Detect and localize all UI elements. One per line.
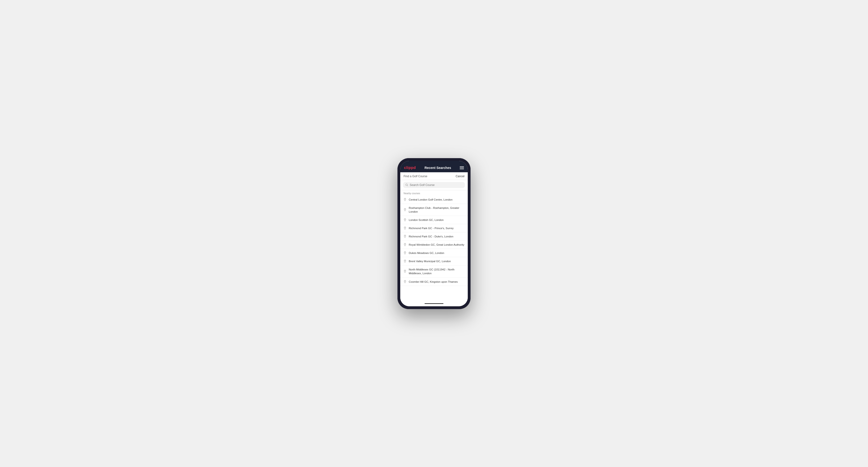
svg-point-0 <box>406 184 408 186</box>
list-item[interactable]: Roehampton Club - Roehampton, Greater Lo… <box>400 204 468 216</box>
courses-list: Central London Golf Centre, London Roeha… <box>400 196 468 286</box>
search-input[interactable] <box>410 183 463 187</box>
search-input-wrap <box>403 182 465 188</box>
pin-icon <box>404 208 406 212</box>
cancel-button[interactable]: Cancel <box>456 175 464 178</box>
svg-line-1 <box>407 185 408 186</box>
phone-screen: clippd Recent Searches Find a Golf Cours… <box>400 161 468 306</box>
course-name: North Middlesex GC (1011942 - North Midd… <box>409 268 464 275</box>
course-name: Richmond Park GC - Duke's, London <box>409 235 453 238</box>
list-item[interactable]: Richmond Park GC - Duke's, London <box>400 232 468 241</box>
home-bar <box>425 303 443 304</box>
search-container <box>400 180 468 190</box>
pin-icon <box>404 226 406 230</box>
list-item[interactable]: Richmond Park GC - Prince's, Surrey <box>400 224 468 232</box>
app-logo: clippd <box>404 166 416 170</box>
menu-line-2 <box>460 167 464 168</box>
courses-section: Nearby courses Central London Golf Centr… <box>400 190 468 302</box>
list-item[interactable]: Central London Golf Centre, London <box>400 196 468 204</box>
find-bar: Find a Golf Course Cancel <box>400 172 468 180</box>
list-item[interactable]: North Middlesex GC (1011942 - North Midd… <box>400 266 468 278</box>
search-icon <box>405 184 408 186</box>
status-bar <box>400 161 468 164</box>
svg-point-4 <box>405 219 405 220</box>
list-item[interactable]: Brent Valley Municipal GC, London <box>400 257 468 266</box>
phone-frame: clippd Recent Searches Find a Golf Cours… <box>397 158 471 309</box>
course-name: Brent Valley Municipal GC, London <box>409 259 451 263</box>
list-item[interactable]: London Scottish GC, London <box>400 216 468 224</box>
course-name: Coombe Hill GC, Kingston upon Thames <box>409 280 458 284</box>
list-item[interactable]: Royal Wimbledon GC, Great London Authori… <box>400 241 468 249</box>
list-item[interactable]: Coombe Hill GC, Kingston upon Thames <box>400 278 468 286</box>
svg-point-3 <box>405 209 405 210</box>
pin-icon <box>404 243 406 246</box>
svg-point-8 <box>405 252 405 253</box>
nav-header: clippd Recent Searches <box>400 164 468 172</box>
svg-point-11 <box>405 281 405 282</box>
nearby-section-label: Nearby courses <box>400 190 468 196</box>
course-name: Richmond Park GC - Prince's, Surrey <box>409 226 454 230</box>
menu-line-3 <box>460 169 464 169</box>
svg-point-6 <box>405 236 405 236</box>
svg-point-9 <box>405 260 405 261</box>
pin-icon <box>404 251 406 255</box>
home-indicator <box>400 302 468 306</box>
menu-line-1 <box>460 166 464 167</box>
course-name: Royal Wimbledon GC, Great London Authori… <box>409 243 464 247</box>
course-name: London Scottish GC, London <box>409 218 444 222</box>
pin-icon <box>404 218 406 222</box>
nav-title: Recent Searches <box>425 166 451 170</box>
pin-icon <box>404 198 406 201</box>
svg-point-5 <box>405 227 405 228</box>
course-name: Central London Golf Centre, London <box>409 198 453 201</box>
pin-icon <box>404 280 406 283</box>
course-name: Dukes Meadows GC, London <box>409 251 444 255</box>
list-item[interactable]: Dukes Meadows GC, London <box>400 249 468 257</box>
find-label: Find a Golf Course <box>404 175 427 178</box>
pin-icon <box>404 235 406 238</box>
menu-icon[interactable] <box>460 166 464 169</box>
pin-icon <box>404 259 406 263</box>
svg-point-10 <box>405 271 405 271</box>
pin-icon <box>404 270 406 273</box>
svg-point-7 <box>405 244 405 245</box>
course-name: Roehampton Club - Roehampton, Greater Lo… <box>409 206 464 214</box>
svg-point-2 <box>405 199 405 199</box>
